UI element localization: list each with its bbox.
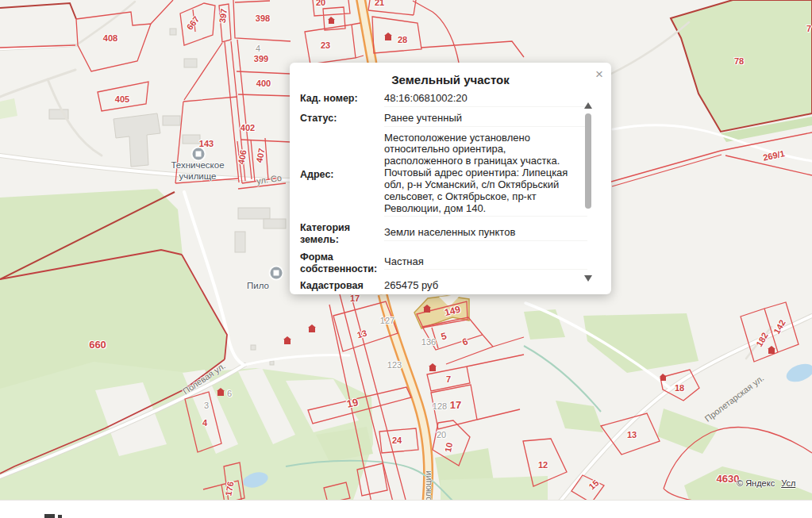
- field-label: Кад. номер:: [300, 93, 384, 107]
- field-value: Частная: [384, 256, 587, 271]
- copyright-owner: © Яндекс: [737, 478, 775, 488]
- field-status: Статус: Ранее учтенный: [300, 113, 587, 127]
- field-value: Ранее учтенный: [384, 113, 587, 127]
- parcel-info-popup: Земельный участок × Кад. номер: 48:16:06…: [290, 63, 611, 294]
- field-label: Форма собственности:: [300, 251, 384, 275]
- field-cadastral-value: Кадастровая 265475 руб: [300, 280, 587, 294]
- field-label: Адрес:: [300, 169, 384, 181]
- field-value: 265475 руб: [384, 280, 587, 294]
- popup-title: Земельный участок: [290, 73, 611, 86]
- popup-scrollbar[interactable]: [584, 63, 592, 294]
- field-address: Адрес: Местоположение установлено относи…: [300, 132, 587, 217]
- field-value: 48:16:0681002:20: [384, 93, 587, 107]
- field-label: Категория земель:: [300, 222, 384, 246]
- scrollbar-thumb[interactable]: [585, 113, 591, 209]
- field-value: Земли населенных пунктов: [384, 227, 587, 241]
- scroll-up-icon[interactable]: [584, 102, 592, 109]
- sawmill-poi-label: Пило: [247, 281, 269, 292]
- cropped-text-fragment: [58, 515, 62, 518]
- page-below-map: [0, 501, 812, 518]
- scroll-down-icon[interactable]: [584, 275, 592, 282]
- popup-fields: Кад. номер: 48:16:0681002:20 Статус: Ран…: [300, 93, 587, 294]
- field-label: Кадастровая: [300, 280, 384, 294]
- close-icon[interactable]: ×: [595, 67, 603, 81]
- field-cad-number: Кад. номер: 48:16:0681002:20: [300, 93, 587, 107]
- field-value: Местоположение установлено относительно …: [384, 132, 587, 217]
- map-copyright: © ЯндексУсл: [737, 478, 795, 488]
- selected-parcel-highlight[interactable]: [414, 295, 469, 328]
- college-poi-icon[interactable]: [193, 148, 205, 160]
- field-label: Статус:: [300, 113, 384, 127]
- field-land-category: Категория земель: Земли населенных пункт…: [300, 222, 587, 246]
- sawmill-poi-icon[interactable]: [271, 267, 283, 279]
- college-poi-label: Техническое училище: [171, 160, 224, 182]
- copyright-terms-link[interactable]: Усл: [781, 478, 795, 488]
- cropped-text-fragment: [44, 514, 55, 518]
- field-ownership: Форма собственности: Частная: [300, 251, 587, 275]
- screen: Техническое училище Пило 408405667397398…: [0, 0, 812, 518]
